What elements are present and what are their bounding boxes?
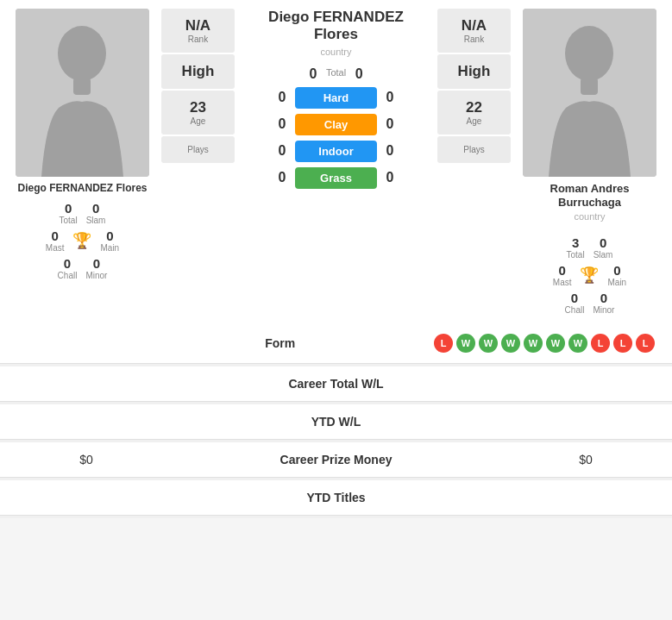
right-main-label: Main <box>607 278 626 287</box>
left-main-label: Main <box>100 243 119 253</box>
right-age-box: 22 Age <box>437 91 511 135</box>
clay-score-right: 0 <box>382 116 398 132</box>
form-badge-w: W <box>568 334 587 353</box>
right-minor-stat: 0 Minor <box>593 291 614 315</box>
total-score-left: 0 <box>305 66 321 82</box>
total-label: Total <box>326 67 346 78</box>
left-minor-label: Minor <box>85 271 107 280</box>
right-rank-value: N/A <box>462 17 487 34</box>
left-stats-row2: 0 Mast 🏆 0 Main <box>46 229 119 253</box>
form-badge-l: L <box>434 334 453 353</box>
left-slam-label: Slam <box>86 216 106 225</box>
form-badge-w: W <box>546 334 565 353</box>
clay-score-row: 0 Clay 0 <box>238 114 434 135</box>
indoor-score-left: 0 <box>274 143 290 159</box>
right-total-value: 3 <box>567 235 585 250</box>
left-chall-value: 0 <box>58 256 78 271</box>
hard-score-row: 0 Hard 0 <box>238 87 434 109</box>
right-slam-label: Slam <box>593 250 613 260</box>
right-minor-value: 0 <box>593 291 614 305</box>
left-rank-label: Rank <box>188 34 208 44</box>
career-total-label: Career Total W/L <box>155 377 517 391</box>
left-chall-label: Chall <box>58 271 78 280</box>
left-age-box: 23 Age <box>161 91 235 135</box>
indoor-button[interactable]: Indoor <box>295 141 377 162</box>
right-age-label: Age <box>467 116 482 126</box>
ytd-titles-label: YTD Titles <box>155 491 517 504</box>
left-country-flag: country <box>320 47 351 57</box>
left-age-label: Age <box>191 116 206 126</box>
total-score-row: 0 Total 0 <box>238 66 434 82</box>
ytd-wl-label: YTD W/L <box>155 415 517 429</box>
right-age-value: 22 <box>466 99 482 116</box>
svg-point-1 <box>58 26 106 81</box>
left-main-stat: 0 Main <box>100 229 119 253</box>
main-container: Diego FERNANDEZ Flores 0 Total 0 Slam 0 … <box>0 0 672 518</box>
form-badges: LWWWWWWLLL <box>405 334 656 353</box>
right-stats-row1: 3 Total 0 Slam <box>567 235 613 260</box>
left-total-stat: 0 Total <box>60 201 78 225</box>
form-badge-l: L <box>591 334 610 353</box>
right-mast-value: 0 <box>553 263 572 278</box>
clay-button[interactable]: Clay <box>295 114 377 135</box>
grass-score-row: 0 Grass 0 <box>238 167 434 189</box>
comparison-section: Diego FERNANDEZ Flores 0 Total 0 Slam 0 … <box>0 0 672 323</box>
right-stats-row2: 0 Mast 🏆 0 Main <box>553 263 626 287</box>
right-rank-box: N/A Rank <box>437 9 511 53</box>
hard-score-right: 0 <box>382 90 398 105</box>
left-chall-stat: 0 Chall <box>58 256 78 280</box>
svg-point-4 <box>565 26 613 81</box>
info-rows: Form LWWWWWWLLL Career Total W/L YTD W/L… <box>0 323 672 518</box>
career-total-row: Career Total W/L <box>0 366 672 402</box>
right-mast-stat: 0 Mast <box>553 263 572 287</box>
left-age-value: 23 <box>190 99 206 116</box>
right-high-box: High <box>437 54 511 89</box>
right-player-name: Roman AndresBurruchaga <box>550 182 630 209</box>
right-main-value: 0 <box>607 263 626 278</box>
grass-button[interactable]: Grass <box>295 167 377 189</box>
right-main-stat: 0 Main <box>607 263 626 287</box>
left-total-value: 0 <box>60 201 78 216</box>
prize-row: $0 Career Prize Money $0 <box>0 442 672 478</box>
ytd-titles-row: YTD Titles <box>0 480 672 516</box>
right-trophy-icon: 🏆 <box>580 266 599 285</box>
indoor-score-right: 0 <box>382 143 398 159</box>
left-high-value: High <box>182 63 215 80</box>
mid-section: N/A Rank High 23 Age Plays Diego FERNAND… <box>161 9 511 315</box>
total-score-right: 0 <box>351 66 367 82</box>
right-high-value: High <box>458 63 491 80</box>
left-stats-row3: 0 Chall 0 Minor <box>58 256 108 280</box>
right-mast-label: Mast <box>553 278 572 287</box>
center-left-name: Diego FERNANDEZFlores <box>268 9 404 44</box>
right-plays-label: Plays <box>463 145 484 154</box>
left-plays-box: Plays <box>161 136 235 163</box>
right-chall-stat: 0 Chall <box>565 291 585 315</box>
hard-button[interactable]: Hard <box>295 87 377 109</box>
left-main-value: 0 <box>100 229 119 243</box>
form-badge-w: W <box>479 334 498 353</box>
left-high-box: High <box>161 54 235 89</box>
right-country-flag: country <box>574 211 605 222</box>
right-player-photo <box>523 9 656 177</box>
center-col: Diego FERNANDEZFlores country 0 Total 0 … <box>238 9 434 315</box>
left-minor-value: 0 <box>85 256 107 271</box>
left-mast-stat: 0 Mast <box>46 229 65 253</box>
left-minor-stat: 0 Minor <box>85 256 107 280</box>
right-plays-box: Plays <box>437 136 511 163</box>
left-mast-value: 0 <box>46 229 65 243</box>
left-stats-col: N/A Rank High 23 Age Plays <box>161 9 235 315</box>
form-badge-l: L <box>636 334 655 353</box>
form-badge-l: L <box>613 334 632 353</box>
right-slam-stat: 0 Slam <box>593 235 613 260</box>
form-badge-w: W <box>524 334 543 353</box>
prize-right: $0 <box>517 453 655 467</box>
left-silhouette <box>16 9 149 177</box>
grass-score-right: 0 <box>382 170 398 185</box>
right-minor-label: Minor <box>593 305 614 315</box>
right-stats-row3: 0 Chall 0 Minor <box>565 291 615 315</box>
hard-score-left: 0 <box>274 90 290 105</box>
right-total-label: Total <box>567 250 585 260</box>
left-player-name: Diego FERNANDEZ Flores <box>17 182 147 194</box>
right-chall-value: 0 <box>565 291 585 305</box>
form-badge-w: W <box>456 334 475 353</box>
